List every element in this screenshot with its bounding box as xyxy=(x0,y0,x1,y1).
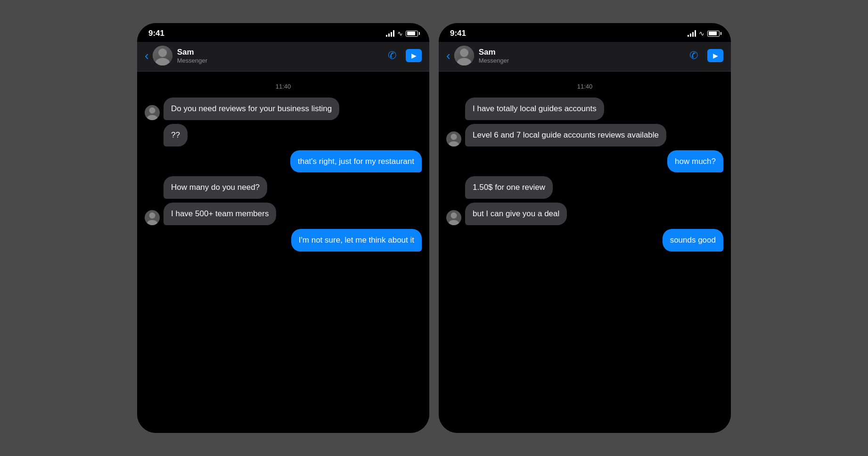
msg-row-left-2: ?? xyxy=(145,124,422,147)
bubble-left-5: I have 500+ team members xyxy=(164,203,276,225)
contact-name-right: Sam xyxy=(479,48,689,57)
msg-row-right-5: but I can give you a deal xyxy=(446,203,723,225)
msg-row-left-5: I have 500+ team members xyxy=(145,203,422,225)
wifi-icon-right: ∿ xyxy=(699,30,704,37)
status-icons-right: ∿ xyxy=(688,30,720,37)
wifi-icon-left: ∿ xyxy=(397,30,403,37)
chat-area-right: 11:40 I have totally local guides accoun… xyxy=(439,72,731,433)
msg-row-left-3: that's right, just for my restaurant xyxy=(145,150,422,173)
msg-avatar-right-2 xyxy=(446,131,461,147)
bubble-left-1: Do you need reviews for your business li… xyxy=(164,98,339,120)
video-call-button-left[interactable]: ▶ xyxy=(406,49,422,62)
contact-sub-right: Messenger xyxy=(479,57,689,64)
chat-area-left: 11:40 Do you need reviews for your busin… xyxy=(137,72,429,433)
video-call-button-right[interactable]: ▶ xyxy=(707,49,723,62)
bubble-left-6: I'm not sure, let me think about it xyxy=(291,229,422,252)
status-icons-left: ∿ xyxy=(386,30,418,37)
right-phone: 9:41 ∿ ‹ Sam Messenger ✆ ▶ 11:40 xyxy=(439,23,731,433)
status-bar-left: 9:41 ∿ xyxy=(137,23,429,42)
bubble-left-4: How many do you need? xyxy=(164,176,267,199)
msg-row-right-2: Level 6 and 7 local guide accounts revie… xyxy=(446,124,723,147)
bubble-right-5: but I can give you a deal xyxy=(465,203,567,225)
timestamp-left: 11:40 xyxy=(145,83,422,90)
bubble-right-6: sounds good xyxy=(663,229,723,252)
msg-row-right-3: how much? xyxy=(446,150,723,173)
phone-call-button-right[interactable]: ✆ xyxy=(689,49,698,62)
msg-row-left-1: Do you need reviews for your business li… xyxy=(145,98,422,120)
msg-row-right-1: I have totally local guides accounts xyxy=(446,98,723,120)
battery-icon-left xyxy=(406,31,418,37)
avatar-left xyxy=(153,46,172,65)
bubble-left-2: ?? xyxy=(164,124,188,147)
bubble-right-1: I have totally local guides accounts xyxy=(465,98,604,120)
status-bar-right: 9:41 ∿ xyxy=(439,23,731,42)
signal-icon-left xyxy=(386,30,394,37)
bubble-left-3: that's right, just for my restaurant xyxy=(290,150,422,173)
status-time-right: 9:41 xyxy=(450,29,466,38)
msg-avatar-right-5 xyxy=(446,210,461,225)
left-phone: 9:41 ∿ ‹ Sam Messenger ✆ ▶ 11:40 xyxy=(137,23,429,433)
msg-row-right-6: sounds good xyxy=(446,229,723,252)
nav-header-right: ‹ Sam Messenger ✆ ▶ xyxy=(439,42,731,72)
back-button-left[interactable]: ‹ xyxy=(145,49,149,62)
msg-avatar-left-5 xyxy=(145,210,160,225)
phone-call-button-left[interactable]: ✆ xyxy=(388,49,396,62)
nav-header-left: ‹ Sam Messenger ✆ ▶ xyxy=(137,42,429,72)
back-button-right[interactable]: ‹ xyxy=(446,49,450,62)
nav-actions-left: ✆ ▶ xyxy=(388,49,422,62)
bubble-right-2: Level 6 and 7 local guide accounts revie… xyxy=(465,124,666,147)
msg-row-left-4: How many do you need? xyxy=(145,176,422,199)
signal-icon-right xyxy=(688,30,696,37)
contact-info-right: Sam Messenger xyxy=(479,48,689,64)
bubble-right-4: 1.50$ for one review xyxy=(465,176,553,199)
timestamp-right: 11:40 xyxy=(446,83,723,90)
msg-avatar-left-1 xyxy=(145,105,160,120)
bubble-right-3: how much? xyxy=(667,150,723,173)
msg-row-right-4: 1.50$ for one review xyxy=(446,176,723,199)
msg-row-left-6: I'm not sure, let me think about it xyxy=(145,229,422,252)
status-time-left: 9:41 xyxy=(148,29,164,38)
contact-name-left: Sam xyxy=(177,48,388,57)
avatar-right xyxy=(454,46,474,65)
battery-icon-right xyxy=(707,31,720,37)
nav-actions-right: ✆ ▶ xyxy=(689,49,723,62)
contact-sub-left: Messenger xyxy=(177,57,388,64)
contact-info-left: Sam Messenger xyxy=(177,48,388,64)
